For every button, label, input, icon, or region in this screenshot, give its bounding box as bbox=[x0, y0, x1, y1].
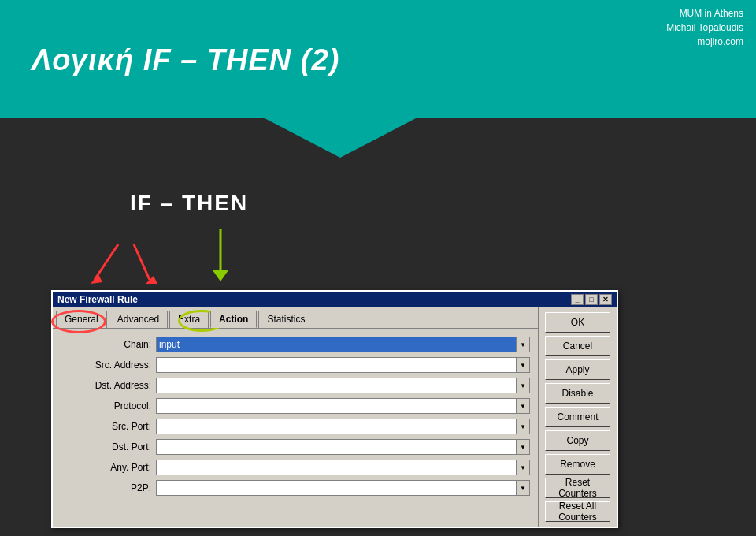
comment-button[interactable]: Comment bbox=[545, 407, 610, 427]
close-button[interactable]: ✕ bbox=[599, 294, 612, 305]
header-line1: MUM in Athens bbox=[666, 6, 743, 20]
maximize-button[interactable]: □ bbox=[585, 294, 598, 305]
dst-port-input[interactable] bbox=[156, 439, 516, 455]
dst-port-row: Dst. Port: ▼ bbox=[69, 439, 530, 455]
firewall-rule-dialog: New Firewall Rule _ □ ✕ General Advanced… bbox=[51, 290, 618, 528]
chain-dropdown-btn[interactable]: ▼ bbox=[516, 337, 530, 352]
dst-port-group: ▼ bbox=[156, 439, 530, 455]
dst-address-dropdown-btn[interactable]: ▼ bbox=[516, 378, 530, 393]
dialog-content: General Advanced Extra Action Statistics… bbox=[53, 307, 617, 527]
dst-port-label: Dst. Port: bbox=[69, 441, 151, 452]
any-port-row: Any. Port: ▼ bbox=[69, 460, 530, 475]
dst-address-input[interactable] bbox=[156, 378, 516, 393]
tab-action[interactable]: Action bbox=[210, 311, 257, 328]
cancel-button[interactable]: Cancel bbox=[545, 336, 610, 356]
chain-input-group: ▼ bbox=[156, 337, 530, 352]
dialog-title: New Firewall Rule bbox=[57, 294, 138, 305]
any-port-group: ▼ bbox=[156, 460, 530, 475]
tab-advanced[interactable]: Advanced bbox=[109, 311, 168, 328]
any-port-dropdown-btn[interactable]: ▼ bbox=[516, 460, 530, 475]
p2p-input[interactable] bbox=[156, 480, 516, 496]
p2p-dropdown-btn[interactable]: ▼ bbox=[516, 480, 530, 496]
protocol-dropdown-btn[interactable]: ▼ bbox=[516, 398, 530, 414]
header-info: MUM in Athens Michail Topaloudis mojiro.… bbox=[666, 6, 743, 49]
remove-button[interactable]: Remove bbox=[545, 454, 610, 475]
chain-row: Chain: ▼ bbox=[69, 337, 530, 352]
tab-bar: General Advanced Extra Action Statistics bbox=[53, 307, 538, 329]
src-port-label: Src. Port: bbox=[69, 421, 151, 432]
dst-address-label: Dst. Address: bbox=[69, 380, 151, 391]
protocol-row: Protocol: ▼ bbox=[69, 398, 530, 414]
tab-general[interactable]: General bbox=[56, 311, 107, 328]
tabs-and-form: General Advanced Extra Action Statistics… bbox=[53, 307, 538, 527]
protocol-group: ▼ bbox=[156, 398, 530, 414]
chain-input[interactable] bbox=[156, 337, 516, 352]
src-address-group: ▼ bbox=[156, 357, 530, 373]
p2p-label: P2P: bbox=[69, 482, 151, 493]
src-port-row: Src. Port: ▼ bbox=[69, 419, 530, 434]
src-address-dropdown-btn[interactable]: ▼ bbox=[516, 357, 530, 373]
svg-line-0 bbox=[94, 244, 118, 280]
copy-button[interactable]: Copy bbox=[545, 430, 610, 451]
protocol-label: Protocol: bbox=[69, 400, 151, 411]
if-then-label: IF – THEN bbox=[130, 191, 248, 216]
tab-statistics[interactable]: Statistics bbox=[258, 311, 313, 328]
src-port-group: ▼ bbox=[156, 419, 530, 434]
header-banner bbox=[0, 0, 756, 158]
protocol-input[interactable] bbox=[156, 398, 516, 414]
red-arrows-annotation bbox=[79, 236, 173, 292]
button-panel: OK Cancel Apply Disable Comment Copy Rem… bbox=[538, 307, 617, 527]
reset-all-counters-button[interactable]: Reset All Counters bbox=[545, 501, 610, 522]
header-line2: Michail Topaloudis bbox=[666, 20, 743, 35]
dst-port-dropdown-btn[interactable]: ▼ bbox=[516, 439, 530, 455]
tab-extra[interactable]: Extra bbox=[169, 311, 209, 328]
chain-label: Chain: bbox=[69, 339, 151, 350]
slide-title: Λογική IF – THEN (2) bbox=[32, 43, 339, 77]
dst-address-group: ▼ bbox=[156, 378, 530, 393]
dst-address-row: Dst. Address: ▼ bbox=[69, 378, 530, 393]
apply-button[interactable]: Apply bbox=[545, 359, 610, 380]
minimize-button[interactable]: _ bbox=[571, 294, 584, 305]
any-port-input[interactable] bbox=[156, 460, 516, 475]
src-address-input[interactable] bbox=[156, 357, 516, 373]
p2p-group: ▼ bbox=[156, 480, 530, 496]
titlebar-buttons: _ □ ✕ bbox=[571, 294, 612, 305]
src-address-row: Src. Address: ▼ bbox=[69, 357, 530, 373]
svg-marker-5 bbox=[213, 270, 228, 281]
green-arrow-annotation bbox=[209, 225, 232, 284]
any-port-label: Any. Port: bbox=[69, 462, 151, 473]
svg-line-2 bbox=[134, 244, 150, 280]
src-port-dropdown-btn[interactable]: ▼ bbox=[516, 419, 530, 434]
src-address-label: Src. Address: bbox=[69, 359, 151, 370]
reset-counters-button[interactable]: Reset Counters bbox=[545, 478, 610, 498]
p2p-row: P2P: ▼ bbox=[69, 480, 530, 496]
form-area: Chain: ▼ Src. Address: ▼ Dst. bbox=[53, 329, 538, 508]
disable-button[interactable]: Disable bbox=[545, 383, 610, 404]
header-line3: mojiro.com bbox=[666, 35, 743, 49]
ok-button[interactable]: OK bbox=[545, 312, 610, 333]
src-port-input[interactable] bbox=[156, 419, 516, 434]
dialog-titlebar: New Firewall Rule _ □ ✕ bbox=[53, 292, 617, 307]
